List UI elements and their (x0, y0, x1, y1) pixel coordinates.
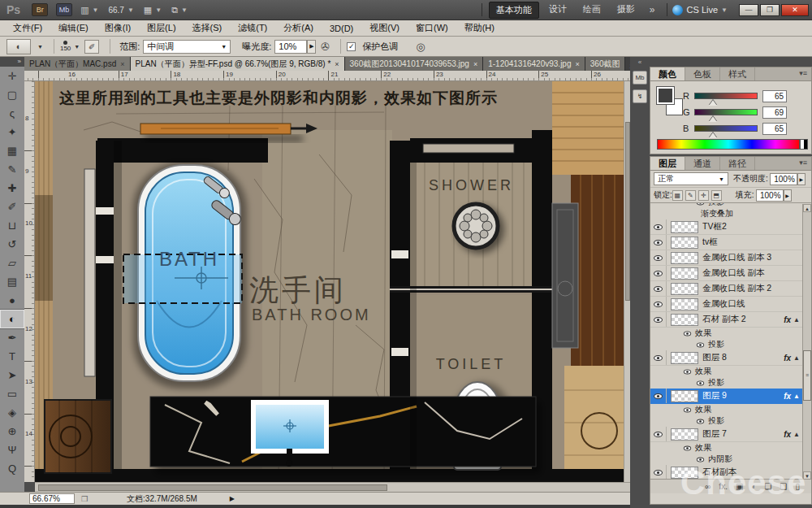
workspace-button-1[interactable]: 设计 (542, 2, 573, 19)
link-layers-icon[interactable]: ∞ (705, 482, 710, 491)
layer-row-3[interactable]: tv框 (650, 235, 811, 250)
history-brush-tool[interactable]: ↺ (0, 235, 24, 254)
tool-preset-caret[interactable]: ▼ (37, 44, 43, 50)
path-selection-tool[interactable]: ➤ (0, 366, 24, 384)
color-spectrum-ramp[interactable] (657, 139, 800, 150)
layer-row-20[interactable]: 石材副本 (650, 465, 811, 479)
tab-close-icon[interactable]: × (576, 60, 580, 68)
layer-style-icon[interactable]: fx. (719, 482, 728, 491)
scroll-up-arrow[interactable]: ▲ (803, 204, 811, 212)
canvas-vertical-scrollbar[interactable] (624, 81, 630, 482)
effect-eye-icon[interactable] (697, 342, 704, 347)
layer-row-5[interactable]: 金属收口线 副本 (650, 266, 811, 281)
layer-thumbnail[interactable] (671, 352, 698, 364)
visibility-eye-icon[interactable] (654, 240, 663, 245)
document-tab-2[interactable]: 360截图20130410174039653.jpg× (345, 57, 484, 71)
menu-item-2[interactable]: 图像(I) (97, 22, 139, 34)
eye-cell[interactable] (650, 427, 667, 441)
brush-preset-caret[interactable]: ▼ (74, 44, 80, 50)
vertical-ruler[interactable]: 89101112131415 (24, 81, 35, 482)
channel-slider-B[interactable] (694, 125, 758, 132)
color-ramp-bw[interactable] (800, 139, 808, 150)
menu-item-0[interactable]: 文件(F) (5, 22, 50, 34)
tab-close-icon[interactable]: × (473, 60, 477, 68)
blend-mode-select[interactable]: 正常▼ (654, 172, 728, 185)
layer-thumbnail[interactable] (671, 314, 698, 326)
exposure-field[interactable]: 10% (274, 40, 307, 54)
menu-item-5[interactable]: 滤镜(T) (230, 22, 275, 34)
new-layer-icon[interactable]: ❑ (780, 482, 788, 491)
brush-preset-picker[interactable]: 150 (60, 41, 71, 52)
layer-row-17[interactable]: 图层 7fx▲ (650, 427, 811, 442)
fx-collapse-caret[interactable]: ▲ (793, 354, 800, 362)
effects-header-row-15[interactable]: 效果 (650, 404, 811, 415)
layer-thumbnail[interactable] (671, 298, 698, 310)
screen-mode-icon[interactable]: ⧉ (171, 5, 178, 15)
hand-tool[interactable]: Ψ (0, 441, 24, 459)
document-tab-3[interactable]: 1-12041316420v93.jpg× (483, 57, 585, 71)
layer-thumbnail[interactable] (671, 221, 698, 233)
screen-mode-caret[interactable]: ▼ (181, 7, 188, 14)
view-extras-caret[interactable]: ▼ (93, 7, 99, 14)
tab-close-icon[interactable]: × (120, 60, 124, 68)
workspace-button-2[interactable]: 绘画 (577, 2, 607, 19)
layer-group-icon[interactable]: ❏ (765, 482, 772, 491)
lock-all-icon[interactable]: ⬒ (711, 190, 722, 201)
eye-cell[interactable] (650, 465, 667, 479)
tab-color[interactable]: 颜色 (650, 67, 685, 80)
canvas-horizontal-scrollbar[interactable] (35, 482, 630, 492)
marquee-tool[interactable]: ▢ (0, 85, 24, 104)
fx-collapse-caret[interactable]: ▲ (793, 431, 800, 438)
eye-cell[interactable] (650, 350, 667, 365)
cs-live-button[interactable]: CS Live▼ (672, 5, 728, 15)
eye-cell[interactable] (650, 297, 667, 311)
3d-rotate-tool[interactable]: ◈ (0, 403, 24, 422)
delete-layer-icon[interactable]: ▯ (795, 482, 800, 491)
lock-position-icon[interactable]: ✛ (698, 190, 709, 201)
mini-bridge-panel-icon[interactable]: Mb (633, 71, 647, 85)
layer-row-2[interactable]: TV框2 (650, 219, 811, 235)
fill-field[interactable]: 100% (756, 189, 784, 202)
layer-row-11[interactable]: 图层 8fx▲ (650, 350, 811, 366)
menu-item-8[interactable]: 视图(V) (361, 22, 408, 34)
visibility-eye-icon[interactable] (654, 470, 663, 475)
healing-brush-tool[interactable]: ✚ (0, 179, 24, 198)
launch-mini-bridge-button[interactable]: Mb (56, 3, 72, 16)
menu-item-1[interactable]: 编辑(E) (50, 22, 97, 34)
zoom-tool[interactable]: Q (0, 459, 24, 478)
eye-cell[interactable] (650, 219, 667, 234)
channel-value-field[interactable]: 69 (762, 106, 787, 119)
opacity-field[interactable]: 100% (770, 173, 797, 185)
tab-channels[interactable]: 通道 (685, 157, 720, 170)
effect-item-row-16[interactable]: 投影 (650, 415, 811, 427)
tab-styles[interactable]: 样式 (720, 67, 755, 80)
effect-item-row-19[interactable]: 内阴影 (650, 454, 811, 465)
crop-tool[interactable]: ▦ (0, 141, 24, 160)
workspace-button-0[interactable]: 基本功能 (489, 2, 539, 19)
opacity-spinner[interactable]: ▶ (797, 173, 806, 185)
tab-swatches[interactable]: 色板 (685, 67, 720, 80)
visibility-eye-icon[interactable] (654, 432, 663, 437)
effect-eye-icon[interactable] (684, 407, 691, 412)
visibility-eye-icon[interactable] (654, 255, 663, 261)
eraser-tool[interactable]: ▱ (0, 254, 24, 272)
menu-item-9[interactable]: 窗口(W) (408, 22, 456, 34)
protect-tones-checkbox[interactable]: ✓ (347, 42, 356, 51)
effect-item-row-1[interactable]: 渐变叠加 (650, 208, 811, 219)
menu-item-3[interactable]: 图层(L) (139, 22, 184, 34)
clone-stamp-tool[interactable]: ⊔ (0, 216, 24, 235)
move-tool[interactable]: ✛ (0, 67, 24, 85)
color-panel-menu-icon[interactable]: ▾≡ (795, 67, 811, 80)
effect-eye-icon[interactable] (697, 380, 704, 385)
effect-eye-icon[interactable] (697, 203, 704, 205)
layer-thumbnail[interactable] (671, 467, 698, 479)
effects-header-row-18[interactable]: 效果 (650, 442, 811, 454)
visibility-eye-icon[interactable] (654, 393, 663, 399)
effects-header-row-12[interactable]: 效果 (650, 366, 811, 377)
toggle-brush-panel-button[interactable]: ✐ (84, 40, 99, 54)
eye-cell[interactable] (650, 266, 667, 280)
layer-thumbnail[interactable] (671, 428, 698, 441)
workspace-button-3[interactable]: 摄影 (611, 2, 641, 19)
visibility-eye-icon[interactable] (654, 271, 663, 276)
channel-slider-thumb[interactable] (709, 132, 717, 138)
